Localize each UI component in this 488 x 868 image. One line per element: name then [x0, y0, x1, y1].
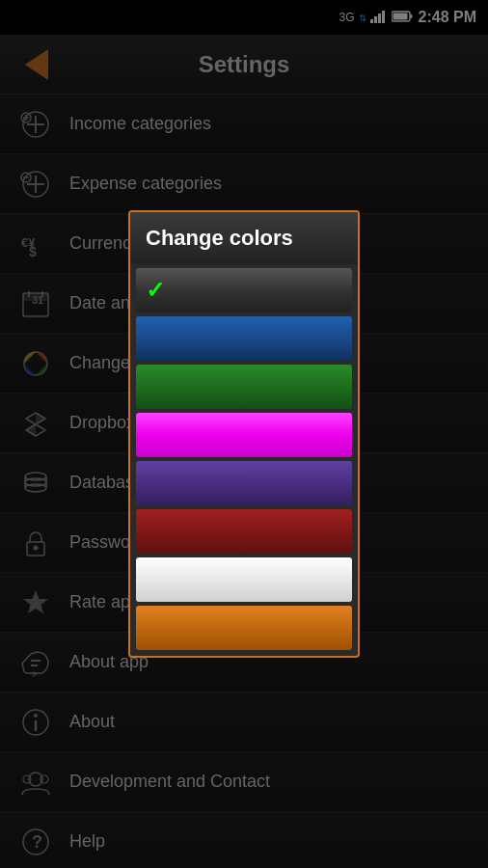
modal-title: Change colors — [130, 212, 358, 264]
color-option-red[interactable]: ✓ — [136, 509, 352, 554]
color-selected-checkmark: ✓ — [146, 277, 165, 304]
color-option-purple[interactable]: ✓ — [136, 461, 352, 505]
color-option-green[interactable]: ✓ — [136, 365, 352, 409]
color-option-magenta[interactable]: ✓ — [136, 413, 352, 457]
color-option-white[interactable]: ✓ — [136, 557, 352, 602]
modal-overlay[interactable]: Change colors ✓ ✓ ✓ ✓ ✓ ✓ ✓ ✓ — [0, 0, 488, 868]
change-colors-modal: Change colors ✓ ✓ ✓ ✓ ✓ ✓ ✓ ✓ — [128, 210, 360, 658]
color-option-dark[interactable]: ✓ — [136, 268, 352, 312]
color-option-orange[interactable]: ✓ — [136, 606, 352, 650]
color-option-blue[interactable]: ✓ — [136, 316, 352, 361]
